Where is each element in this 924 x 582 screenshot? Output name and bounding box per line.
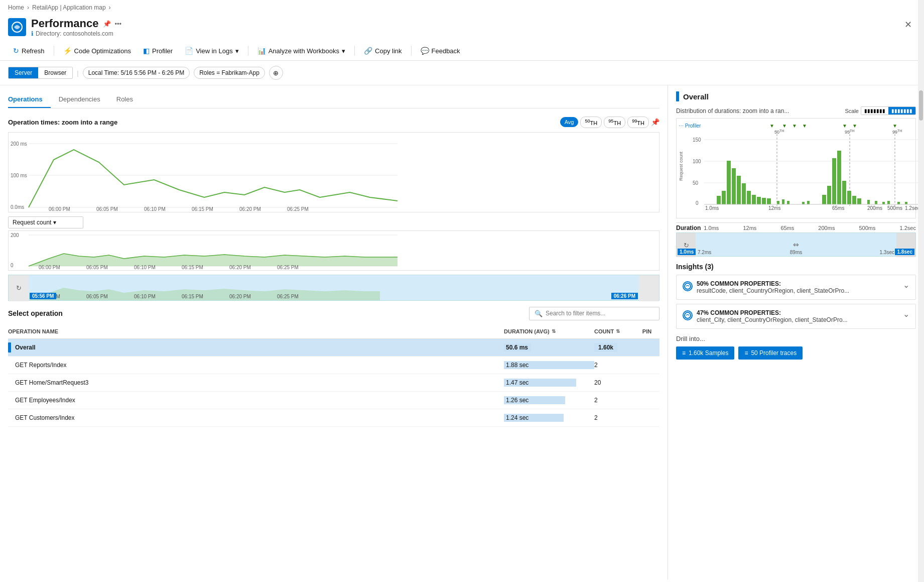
svg-text:▼: ▼ xyxy=(782,123,787,129)
workbooks-icon: 📊 xyxy=(257,47,266,55)
svg-rect-62 xyxy=(757,197,761,204)
browser-toggle-btn[interactable]: Browser xyxy=(38,67,72,78)
refresh-button[interactable]: ↻ Refresh xyxy=(8,44,50,57)
search-icon: 🔍 xyxy=(535,310,543,317)
scale-toggle: Scale ▮▮▮▮▮▮▮ ▮▮▮▮▮▮▮ xyxy=(845,106,916,115)
table-row-customers[interactable]: GET Customers/Index 1.24 sec 2 xyxy=(8,409,659,427)
row-duration: 1.26 sec xyxy=(504,397,594,404)
range-left-handle[interactable]: ↻ xyxy=(9,275,29,301)
page-title: Performance xyxy=(31,17,99,30)
svg-rect-55 xyxy=(722,191,726,204)
table-row-reports[interactable]: GET Reports/Index 1.88 sec 2 xyxy=(8,357,659,374)
svg-rect-75 xyxy=(787,201,789,204)
svg-rect-61 xyxy=(752,195,756,204)
chart-pin-icon[interactable]: 📌 xyxy=(651,118,659,126)
row-indicator xyxy=(8,342,11,353)
breadcrumb-app[interactable]: RetailApp | Application map xyxy=(32,4,106,11)
compress-icon[interactable]: ⇔ xyxy=(793,241,799,249)
toolbar-sep1 xyxy=(54,46,54,56)
tab-dependencies[interactable]: Dependencies xyxy=(51,91,108,108)
svg-text:150: 150 xyxy=(693,137,701,143)
toolbar: ↻ Refresh ⚡ Code Optimizations ◧ Profile… xyxy=(0,41,924,61)
svg-text:▼: ▼ xyxy=(892,123,897,129)
toolbar-sep3 xyxy=(354,46,355,56)
svg-text:200ms: 200ms xyxy=(867,205,882,211)
count-sort-icon[interactable]: ⇅ xyxy=(616,328,620,334)
search-box[interactable]: 🔍 xyxy=(529,307,659,320)
analyze-workbooks-button[interactable]: 📊 Analyze with Workbooks ▾ xyxy=(252,44,350,57)
profiler-traces-button[interactable]: ≡ 50 Profiler traces xyxy=(738,346,803,360)
pin-icon[interactable]: 📌 xyxy=(103,20,111,28)
row-indicator xyxy=(8,360,11,370)
more-icon[interactable]: ••• xyxy=(115,20,122,28)
filter-settings-btn[interactable]: ⊕ xyxy=(269,66,283,80)
right-panel: Overall Distribution of durations: zoom … xyxy=(668,85,924,579)
close-button[interactable]: ✕ xyxy=(900,17,916,32)
insight-content-1: 50% COMMON PROPERTIES: resultCode, clien… xyxy=(683,280,849,294)
svg-rect-65 xyxy=(822,195,826,204)
code-optimizations-button[interactable]: ⚡ Code Optimizations xyxy=(58,44,136,57)
insight-card-1[interactable]: 50% COMMON PROPERTIES: resultCode, clien… xyxy=(676,275,916,300)
row-count: 20 xyxy=(594,379,634,386)
search-input[interactable] xyxy=(546,310,646,317)
duration-sort-icon[interactable]: ⇅ xyxy=(552,328,556,334)
svg-text:▼: ▼ xyxy=(769,123,774,129)
filter-sep: | xyxy=(77,69,78,77)
workbooks-chevron-icon: ▾ xyxy=(342,47,345,55)
roles-filter[interactable]: Roles = Fabrikam-App xyxy=(194,67,265,79)
row-name: GET Employees/Index xyxy=(15,397,504,404)
tab-roles[interactable]: Roles xyxy=(108,91,141,108)
svg-text:0: 0 xyxy=(11,263,14,268)
operation-times-chart: 200 ms 100 ms 0.0ms 06:00 PM 06:05 PM 06… xyxy=(8,132,659,212)
time-range-bar[interactable]: ↻ 06:00 PM 06:05 PM 06:10 PM 06:15 PM 06… xyxy=(8,275,659,301)
table-row-overall[interactable]: Overall 50.6 ms 1.60k xyxy=(8,339,659,357)
table-header: OPERATION NAME DURATION (AVG) ⇅ COUNT ⇅ … xyxy=(8,324,659,339)
logs-icon: 📄 xyxy=(185,47,193,55)
dist-range-start: 1.0ms xyxy=(678,249,696,255)
insight-expand-icon-1[interactable]: ⌄ xyxy=(903,280,909,290)
svg-text:06:25 PM: 06:25 PM xyxy=(287,206,309,212)
row-duration: 1.24 sec xyxy=(504,414,594,421)
server-toggle-btn[interactable]: Server xyxy=(9,67,38,78)
request-count-dropdown[interactable]: Request count ▾ xyxy=(8,216,83,228)
svg-text:▼: ▼ xyxy=(792,123,797,129)
svg-text:06:10 PM: 06:10 PM xyxy=(134,265,156,270)
copy-link-button[interactable]: 🔗 Copy link xyxy=(359,44,407,57)
samples-button[interactable]: ≡ 1.60k Samples xyxy=(676,346,734,360)
insight-text-1: 50% COMMON PROPERTIES: resultCode, clien… xyxy=(697,280,849,294)
scale-log-btn[interactable]: ▮▮▮▮▮▮▮ xyxy=(888,107,915,114)
row-name: GET Customers/Index xyxy=(15,414,504,421)
view-in-logs-button[interactable]: 📄 View in Logs ▾ xyxy=(180,44,243,57)
breadcrumb-home[interactable]: Home xyxy=(8,4,24,11)
distribution-range-bar[interactable]: ↻ ⇔ 7.2ms 89ms 1.3sec 1.0ms 1.8sec xyxy=(676,232,916,257)
avg-btn[interactable]: Avg xyxy=(560,117,579,127)
duration-x1: 1.0ms xyxy=(704,225,719,231)
insight-card-2[interactable]: 47% COMMON PROPERTIES: client_City, clie… xyxy=(676,304,916,329)
svg-point-92 xyxy=(685,312,691,318)
row-indicator xyxy=(8,413,11,423)
time-range-filter[interactable]: Local Time: 5/16 5:56 PM - 6:26 PM xyxy=(83,67,190,79)
scale-linear-btn[interactable]: ▮▮▮▮▮▮▮ xyxy=(861,107,888,114)
scrollbar[interactable] xyxy=(918,0,924,579)
range-right-handle[interactable] xyxy=(639,275,659,301)
scrollbar-thumb[interactable] xyxy=(919,90,923,121)
p99-btn[interactable]: 99TH xyxy=(627,117,649,128)
table-row-employees[interactable]: GET Employees/Index 1.26 sec 2 xyxy=(8,392,659,409)
svg-text:0.0ms: 0.0ms xyxy=(11,204,24,210)
p95-btn[interactable]: 95TH xyxy=(604,117,625,128)
svg-text:Request count: Request count xyxy=(679,151,684,181)
svg-text:1.0ms: 1.0ms xyxy=(705,205,719,211)
insight-expand-icon-2[interactable]: ⌄ xyxy=(903,309,909,319)
profiler-button[interactable]: ◧ Profiler xyxy=(138,44,178,57)
toolbar-sep2 xyxy=(248,46,248,56)
p50-btn[interactable]: 50TH xyxy=(580,117,602,128)
table-row-smartrequest[interactable]: GET Home/SmartRequest3 1.47 sec 20 xyxy=(8,374,659,392)
tab-operations[interactable]: Operations xyxy=(8,91,51,108)
svg-text:200: 200 xyxy=(11,232,19,238)
feedback-button[interactable]: 💬 Feedback xyxy=(416,44,465,57)
svg-rect-68 xyxy=(837,151,841,204)
insights-title: Insights (3) xyxy=(676,263,916,271)
col-pin: PIN xyxy=(634,328,659,334)
svg-rect-72 xyxy=(857,198,861,204)
svg-rect-69 xyxy=(842,181,846,204)
